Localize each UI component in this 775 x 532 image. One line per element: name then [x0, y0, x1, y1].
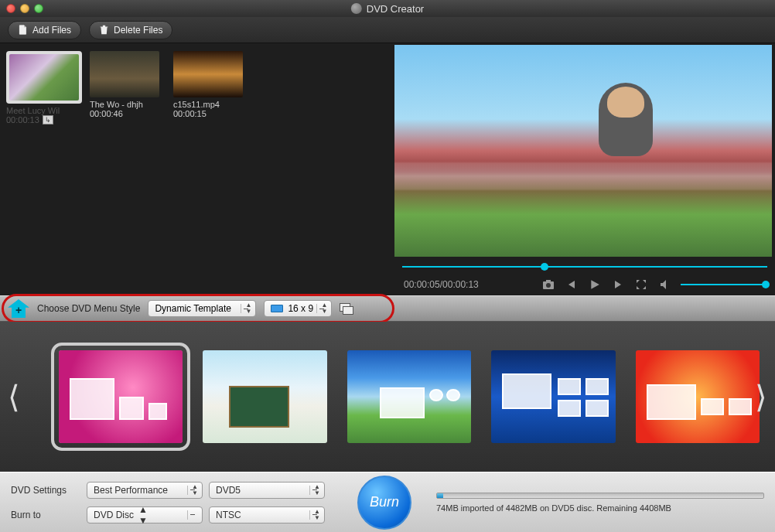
template-item[interactable]	[491, 350, 615, 443]
window-title: DVD Creator	[351, 3, 424, 15]
file-thumbnail	[9, 54, 79, 101]
file-item[interactable]: c15s11.mp4 00:00:15	[173, 51, 249, 118]
duplicate-button[interactable]	[340, 303, 353, 314]
performance-select[interactable]: Best Performance▲▼	[87, 482, 203, 499]
plus-icon: +	[15, 304, 22, 316]
settings-grid: DVD Settings Best Performance▲▼ DVD5▲▼ B…	[11, 480, 325, 525]
burn-to-label: Burn to	[11, 510, 80, 520]
window-controls	[6, 4, 43, 13]
preview-screen[interactable]	[394, 45, 772, 257]
template-item[interactable]	[59, 350, 183, 443]
file-item[interactable]: Meet Lucy Wil 00:00:13 ↳	[6, 51, 82, 124]
template-item[interactable]	[203, 350, 326, 443]
file-thumbnail	[90, 51, 159, 97]
svg-rect-1	[546, 280, 551, 282]
updown-icon: ▲▼	[321, 302, 327, 315]
progress-fill	[437, 493, 443, 498]
export-icon[interactable]: ↳	[43, 115, 53, 124]
file-duration: 00:00:13	[6, 115, 39, 124]
svg-point-2	[546, 283, 551, 288]
volume-slider[interactable]	[681, 284, 766, 285]
maximize-window-button[interactable]	[34, 4, 43, 13]
progress-text: 74MB imported of 4482MB on DVD5 disc. Re…	[436, 503, 764, 513]
updown-icon: ▲▼	[138, 504, 148, 526]
minimize-window-button[interactable]	[20, 4, 29, 13]
tv-standard-select[interactable]: NTSC▲▼	[209, 506, 325, 523]
toolbar: Add Files Delete Files	[0, 17, 775, 43]
delete-files-label: Delete Files	[114, 25, 162, 36]
bottom-panel: DVD Settings Best Performance▲▼ DVD5▲▼ B…	[0, 472, 775, 532]
burn-button[interactable]: Burn	[357, 476, 411, 530]
add-file-icon	[18, 25, 28, 35]
file-item[interactable]: The Wo - dhjh 00:00:46	[90, 51, 166, 118]
add-files-label: Add Files	[32, 25, 71, 36]
delete-files-button[interactable]: Delete Files	[89, 21, 172, 39]
file-name: The Wo - dhjh	[90, 100, 166, 109]
mute-button[interactable]	[657, 278, 671, 292]
file-duration: 00:00:15	[173, 109, 207, 118]
burn-target-select[interactable]: DVD Disc▲▼	[87, 506, 203, 523]
preview-panel: 00:00:05/00:00:13	[394, 43, 775, 295]
file-list-panel: Meet Lucy Wil 00:00:13 ↳ The Wo - dhjh 0…	[0, 43, 394, 295]
playback-time: 00:00:05/00:00:13	[404, 279, 479, 290]
aspect-ratio-select[interactable]: 16 x 9 ▲▼	[264, 300, 332, 317]
app-icon	[351, 3, 362, 14]
disc-type-select[interactable]: DVD5▲▼	[209, 482, 325, 499]
progress-area: 74MB imported of 4482MB on DVD5 disc. Re…	[436, 493, 764, 513]
snapshot-button[interactable]	[541, 278, 555, 292]
file-name: Meet Lucy Wil	[6, 106, 82, 115]
template-item[interactable]	[636, 350, 760, 443]
volume-handle[interactable]	[762, 281, 770, 288]
file-duration: 00:00:46	[90, 109, 123, 118]
template-type-select[interactable]: Dynamic Template ▲▼	[148, 300, 256, 317]
preview-content	[591, 83, 661, 183]
template-carousel: ⟨ ⟩	[0, 322, 775, 472]
add-files-button[interactable]: Add Files	[8, 21, 81, 39]
menu-style-bar: + Choose DVD Menu Style Dynamic Template…	[0, 295, 775, 322]
fullscreen-button[interactable]	[634, 278, 648, 292]
updown-icon: ▲▼	[192, 484, 198, 496]
file-name: c15s11.mp4	[173, 100, 249, 109]
home-button[interactable]: +	[8, 299, 29, 318]
template-item[interactable]	[347, 350, 471, 443]
menu-style-label: Choose DVD Menu Style	[37, 303, 140, 314]
close-window-button[interactable]	[6, 4, 15, 13]
progress-bar	[436, 493, 764, 499]
updown-icon: ▲▼	[314, 484, 320, 496]
carousel-next-button[interactable]: ⟩	[755, 379, 767, 414]
main-area: Meet Lucy Wil 00:00:13 ↳ The Wo - dhjh 0…	[0, 43, 775, 295]
dvd-settings-label: DVD Settings	[11, 485, 80, 496]
scrubber-handle[interactable]	[541, 263, 548, 271]
prev-frame-button[interactable]	[565, 278, 579, 292]
updown-icon: ▲▼	[245, 302, 251, 315]
titlebar: DVD Creator	[0, 0, 775, 17]
trash-icon	[99, 25, 109, 35]
window-title-text: DVD Creator	[367, 3, 424, 15]
next-frame-button[interactable]	[611, 278, 625, 292]
file-thumbnail	[173, 51, 243, 97]
carousel-prev-button[interactable]: ⟨	[8, 379, 20, 414]
playback-controls: 00:00:05/00:00:13	[394, 274, 775, 295]
play-button[interactable]	[588, 278, 602, 292]
aspect-icon	[271, 305, 283, 312]
updown-icon: ▲▼	[314, 509, 320, 521]
playback-scrubber[interactable]	[402, 261, 767, 272]
